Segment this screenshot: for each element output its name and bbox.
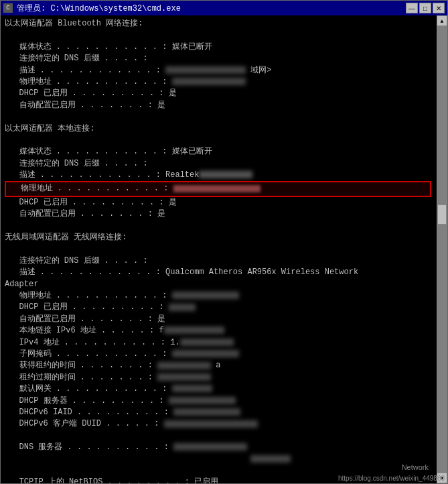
wifi-dhcp: DHCP 已启用 . . . . . . . . . :: [5, 302, 431, 313]
wifi-adapter-label: Adapter: [5, 279, 431, 290]
blank-line5: [5, 243, 431, 255]
title-bar-left: C 管理员: C:\Windows\system32\cmd.exe: [3, 3, 181, 14]
wifi-description: 描述 . . . . . . . . . . . . : Qualcomm At…: [5, 267, 431, 278]
local-dhcp: DHCP 已启用 . . . . . . . . . : 是: [5, 197, 431, 208]
close-button[interactable]: ✕: [433, 3, 445, 13]
wifi-subnet: 子网掩码 . . . . . . . . . . . :: [5, 349, 431, 360]
cmd-content: 以太网适配器 Bluetooth 网络连接: 媒体状态 . . . . . . …: [1, 15, 447, 483]
blank-line2: [5, 111, 431, 123]
wifi-dns-suffix: 连接特定的 DNS 后缀 . . . . :: [5, 255, 431, 267]
bt-media-status: 媒体状态 . . . . . . . . . . . : 媒体已断开: [5, 42, 431, 53]
scrollbar-thumb[interactable]: [437, 204, 447, 225]
bt-physical-addr: 物理地址 . . . . . . . . . . . :: [5, 76, 431, 88]
wifi-dhcpv6-duid: DHCPv6 客户端 DUID . . . . . :: [5, 418, 431, 430]
wifi-dhcpv6-iaid: DHCPv6 IAID . . . . . . . . . :: [5, 407, 431, 418]
watermark: https://blog.csdn.net/weixin_449860: [338, 475, 445, 482]
blank-line4: [5, 221, 431, 232]
section-wireless: 无线局域网适配器 无线网络连接:: [5, 232, 431, 243]
scrollbar-track[interactable]: [437, 26, 447, 473]
bt-dns-suffix: 连接特定的 DNS 后缀 . . . . :: [5, 53, 431, 64]
wifi-dhcp-server: DHCP 服务器 . . . . . . . . . :: [5, 396, 431, 407]
minimize-button[interactable]: —: [406, 3, 418, 13]
wifi-lease-obtained: 获得租约的时间 . . . . . . . : a: [5, 360, 431, 371]
local-autoconfig: 自动配置已启用 . . . . . . . : 是: [5, 208, 431, 220]
wifi-lease-expires: 租约过期的时间 . . . . . . . :: [5, 372, 431, 383]
wifi-ipv6: 本地链接 IPv6 地址 . . . . . : f: [5, 325, 431, 337]
window-title: 管理员: C:\Windows\system32\cmd.exe: [17, 3, 181, 14]
network-label: Network: [402, 463, 429, 471]
wifi-ipv4: IPv4 地址 . . . . . . . . . . : 1.: [5, 337, 431, 349]
blank-line6: [5, 430, 431, 442]
bt-autoconfig: 自动配置已启用 . . . . . . . : 是: [5, 100, 431, 111]
local-physical-addr-wrapper: 物理地址 . . . . . . . . . . . :: [5, 181, 431, 196]
section-bluetooth: 以太网适配器 Bluetooth 网络连接:: [5, 18, 431, 29]
scroll-up-button[interactable]: ▲: [437, 15, 447, 26]
restore-button[interactable]: □: [419, 3, 431, 13]
cmd-window: C 管理员: C:\Windows\system32\cmd.exe — □ ✕…: [0, 0, 448, 484]
blank-line3: [5, 135, 431, 146]
bt-dhcp: DHCP 已启用 . . . . . . . . . : 是: [5, 88, 431, 99]
dns-server: DNS 服务器 . . . . . . . . . . :: [5, 442, 431, 453]
blank-line: [5, 29, 431, 41]
title-bar: C 管理员: C:\Windows\system32\cmd.exe — □ ✕: [1, 1, 447, 15]
dns-server2: [5, 453, 431, 465]
title-bar-buttons[interactable]: — □ ✕: [406, 3, 445, 13]
bt-description: 描述 . . . . . . . . . . . . : 域网>: [5, 65, 431, 76]
local-description: 描述 . . . . . . . . . . . . : Realtek: [5, 170, 431, 181]
section-local: 以太网适配器 本地连接:: [5, 123, 431, 135]
wifi-gateway: 默认网关 . . . . . . . . . . . :: [5, 383, 431, 395]
output-area: 以太网适配器 Bluetooth 网络连接: 媒体状态 . . . . . . …: [5, 18, 443, 483]
scrollbar[interactable]: ▲ ▼: [437, 15, 447, 483]
cmd-icon: C: [3, 3, 13, 13]
local-dns-suffix: 连接特定的 DNS 后缀 . . . . :: [5, 158, 431, 170]
wifi-physical: 物理地址 . . . . . . . . . . . :: [5, 290, 431, 302]
local-media-status: 媒体状态 . . . . . . . . . . . : 媒体已断开: [5, 146, 431, 158]
local-physical-addr: 物理地址 . . . . . . . . . . . :: [5, 181, 431, 196]
wifi-autoconfig: 自动配置已启用 . . . . . . . : 是: [5, 314, 431, 325]
